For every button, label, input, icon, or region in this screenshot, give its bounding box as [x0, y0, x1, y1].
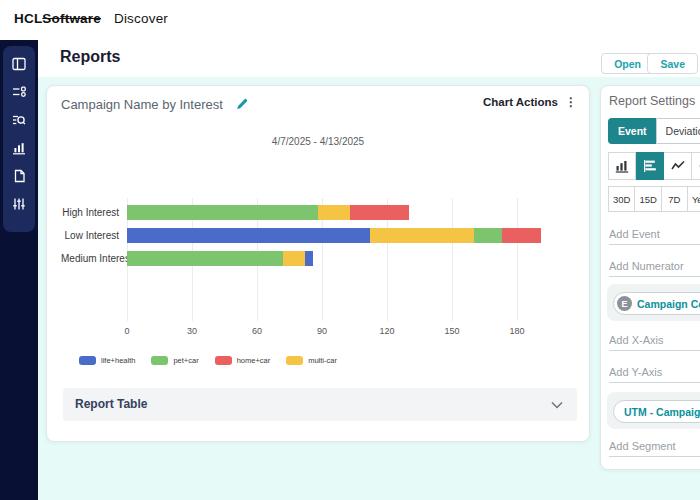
event-chip-container: E Campaign Count	[607, 284, 700, 321]
x-axis-tick: 60	[252, 326, 262, 336]
logo-hcl-text: HCL	[14, 11, 42, 26]
bar-chart-icon[interactable]	[11, 140, 27, 156]
top-header: HCLSoftware Discover	[0, 0, 700, 41]
document-icon[interactable]	[11, 168, 27, 184]
search-list-icon[interactable]	[11, 112, 27, 128]
utm-campaign-chip-label: UTM - Campaign	[624, 406, 700, 418]
add-numerator-input[interactable]	[609, 256, 700, 277]
x-axis-tick: 120	[379, 326, 394, 336]
list-status-icon[interactable]	[11, 84, 27, 100]
bar-track	[127, 228, 541, 243]
x-axis-tick: 90	[317, 326, 327, 336]
x-axis-tick: 150	[444, 326, 459, 336]
pie-chart-icon[interactable]	[692, 152, 700, 180]
legend-item-home+car[interactable]: home+car	[215, 356, 271, 365]
sidebar-icon-group	[3, 46, 35, 232]
horizontal-bar-chart-icon[interactable]	[636, 152, 664, 180]
save-button[interactable]: Save	[647, 53, 698, 74]
bar-segment-multi-car[interactable]	[318, 205, 351, 220]
bar-row: Low Interest	[61, 228, 575, 243]
bar-segment-multi-car[interactable]	[283, 251, 305, 266]
chart-actions-label: Chart Actions	[483, 96, 558, 108]
left-sidebar	[0, 40, 38, 500]
kebab-menu-icon[interactable]: ⋮	[565, 95, 577, 109]
stacked-bar-chart: High InterestLow InterestMedium Interest…	[61, 198, 575, 348]
bar-segment-life+health[interactable]	[127, 228, 370, 243]
bar-row: High Interest	[61, 205, 575, 220]
event-badge: E	[617, 296, 632, 311]
add-y-axis-input[interactable]	[609, 362, 700, 383]
bar-rows: High InterestLow InterestMedium Interest	[61, 205, 575, 274]
add-event-input[interactable]	[609, 224, 700, 245]
time-range-year[interactable]: Year	[688, 186, 700, 212]
mode-deviation-button[interactable]: Deviation	[656, 118, 700, 144]
x-axis-tick: 0	[124, 326, 129, 336]
report-settings-panel: Report Settings Event Deviation 30D 15D …	[600, 85, 700, 470]
line-chart-icon[interactable]	[664, 152, 692, 180]
chart-date-range: 4/7/2025 - 4/13/2025	[47, 136, 589, 147]
open-button[interactable]: Open	[601, 53, 654, 74]
time-range-selector: 30D 15D 7D Year	[608, 186, 700, 212]
bar-track	[127, 205, 409, 220]
bar-segment-pet+car[interactable]	[127, 251, 283, 266]
time-range-15d[interactable]: 15D	[635, 186, 661, 212]
bar-segment-home+car[interactable]	[350, 205, 409, 220]
bar-segment-pet+car[interactable]	[127, 205, 318, 220]
legend-label: home+car	[237, 356, 271, 365]
legend-label: multi-car	[308, 356, 337, 365]
category-label: High Interest	[61, 207, 127, 218]
time-range-7d[interactable]: 7D	[662, 186, 688, 212]
bar-segment-home+car[interactable]	[502, 228, 541, 243]
report-table-label: Report Table	[75, 397, 147, 411]
report-settings-title: Report Settings	[609, 94, 695, 108]
x-axis-tick: 30	[187, 326, 197, 336]
legend-swatch	[79, 356, 96, 365]
legend-label: pet+car	[173, 356, 198, 365]
chart-legend: life+healthpet+carhome+carmulti-car	[79, 356, 337, 365]
chart-actions[interactable]: Chart Actions⋮	[483, 95, 577, 109]
add-segment-input[interactable]	[609, 436, 700, 457]
page-title: Reports	[60, 48, 120, 66]
logo-product-text: Discover	[114, 11, 168, 26]
bar-row: Medium Interest	[61, 251, 575, 266]
legend-swatch	[215, 356, 232, 365]
bar-segment-multi-car[interactable]	[370, 228, 474, 243]
campaign-count-chip-label: Campaign Count	[637, 298, 700, 310]
chart-title: Campaign Name by Interest	[61, 97, 223, 112]
chart-title-row: Campaign Name by Interest Chart Actions⋮	[61, 95, 579, 113]
mode-event-button[interactable]: Event	[608, 118, 656, 144]
legend-item-pet+car[interactable]: pet+car	[151, 356, 198, 365]
report-table-accordion[interactable]: Report Table	[63, 388, 577, 421]
bar-segment-pet+car[interactable]	[474, 228, 502, 243]
logo-software-text: Software	[42, 11, 101, 26]
mode-toggle: Event Deviation	[608, 118, 700, 144]
column-chart-icon[interactable]	[608, 152, 636, 180]
legend-swatch	[151, 356, 168, 365]
y-axis-chip-container: UTM - Campaign ⋮	[607, 392, 700, 429]
pencil-icon[interactable]	[235, 97, 249, 111]
sliders-icon[interactable]	[11, 196, 27, 212]
chevron-down-icon[interactable]	[551, 401, 563, 409]
bar-track	[127, 251, 313, 266]
utm-campaign-chip[interactable]: UTM - Campaign ⋮	[613, 400, 700, 423]
x-axis-tick: 180	[509, 326, 524, 336]
hcl-software-logo: HCLSoftware Discover	[14, 11, 168, 26]
legend-item-life+health[interactable]: life+health	[79, 356, 135, 365]
time-range-30d[interactable]: 30D	[608, 186, 635, 212]
category-label: Low Interest	[61, 230, 127, 241]
chart-type-selector	[608, 152, 700, 180]
legend-label: life+health	[101, 356, 135, 365]
legend-swatch	[286, 356, 303, 365]
page-header-band: Reports Open Save	[38, 40, 700, 77]
add-x-axis-input[interactable]	[609, 330, 700, 351]
category-label: Medium Interest	[61, 253, 127, 264]
campaign-count-chip[interactable]: E Campaign Count	[613, 292, 700, 315]
legend-item-multi-car[interactable]: multi-car	[286, 356, 337, 365]
chart-card: Campaign Name by Interest Chart Actions⋮…	[46, 85, 590, 442]
bar-segment-life+health[interactable]	[305, 251, 314, 266]
panel-layout-icon[interactable]	[11, 56, 27, 72]
